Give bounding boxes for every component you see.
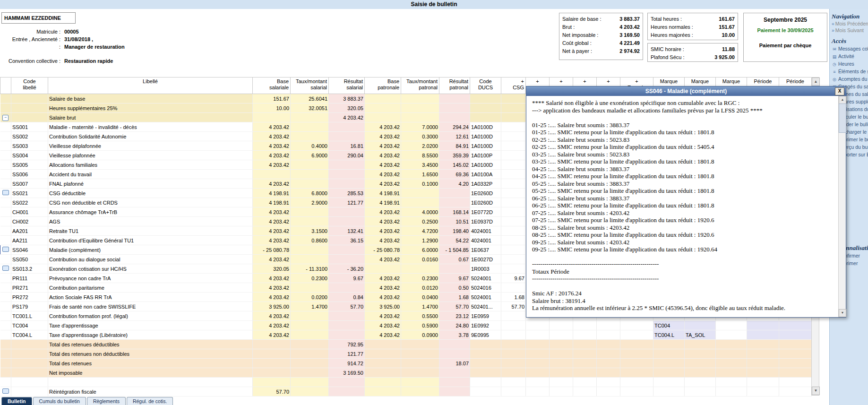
cell-lbl[interactable]: Contribution au dialogue social	[48, 255, 253, 264]
cell-lbl[interactable]: CSG déductible	[48, 189, 253, 198]
comment-icon[interactable]	[2, 388, 9, 394]
cell-p2[interactable]	[550, 321, 573, 330]
cell-lbl[interactable]: Salaire de base	[48, 94, 253, 103]
cell-code[interactable]	[11, 378, 48, 387]
cell-gut[interactable]	[0, 293, 11, 302]
cell-ducs[interactable]	[470, 103, 501, 113]
cell-csg[interactable]	[501, 236, 526, 245]
comment-icon[interactable]	[2, 266, 9, 271]
cell-bs[interactable]: 4 203.42	[253, 283, 291, 293]
comment-icon[interactable]	[2, 190, 9, 195]
cell-ts[interactable]: 0.2300	[291, 274, 329, 283]
cell-bp[interactable]	[365, 103, 401, 113]
cell-gut[interactable]	[0, 103, 11, 113]
grid-row[interactable]: Total des retenues non déductibles121.77	[0, 349, 812, 359]
cell-csg[interactable]	[501, 311, 526, 321]
cell-m1[interactable]	[653, 359, 685, 368]
cell-pe2[interactable]	[779, 330, 812, 340]
cell-csg[interactable]: 57.70	[501, 302, 526, 311]
cell-bs[interactable]: 4 203.42	[253, 179, 291, 189]
cell-p2[interactable]	[550, 378, 573, 387]
cell-gut[interactable]	[0, 236, 11, 245]
cell-csg[interactable]	[501, 103, 526, 113]
cell-gut[interactable]	[0, 255, 11, 264]
cell-bp[interactable]: - 25 080.78	[365, 245, 401, 255]
cell-csg[interactable]: 9.67	[501, 274, 526, 283]
cell-ducs[interactable]	[470, 387, 501, 396]
cell-ts[interactable]	[291, 207, 329, 217]
cell-code[interactable]: PR111	[11, 274, 48, 283]
scroll-up-icon[interactable]: ▲	[812, 78, 820, 86]
cell-bp[interactable]	[365, 387, 401, 396]
cell-rs[interactable]: 9.67	[329, 274, 365, 283]
column-header-gut[interactable]	[0, 78, 11, 94]
cell-lbl[interactable]: Contribution paritarisme	[48, 283, 253, 293]
sidebar-item[interactable]: ✉Messages coll.	[832, 45, 868, 52]
cell-p2[interactable]	[550, 349, 573, 359]
cell-lbl[interactable]: Heures supplémentaires 25%	[48, 103, 253, 113]
cell-lbl[interactable]: Contribution Solidarité Autonomie	[48, 132, 253, 141]
cell-bp[interactable]: 4 203.42	[365, 141, 401, 151]
cell-tp[interactable]: 0.5500	[401, 311, 439, 321]
cell-lbl[interactable]: Réintégration fiscale	[48, 387, 253, 396]
cell-p4[interactable]	[597, 330, 620, 340]
cell-p1[interactable]	[526, 387, 550, 396]
cell-csg[interactable]	[501, 170, 526, 179]
cell-ducs[interactable]	[470, 378, 501, 387]
cell-rp[interactable]: 18.07	[439, 359, 470, 368]
cell-rs[interactable]	[329, 378, 365, 387]
cell-ts[interactable]	[291, 160, 329, 170]
cell-rs[interactable]	[329, 217, 365, 226]
cell-bs[interactable]: 57.70	[253, 387, 291, 396]
cell-ducs[interactable]	[470, 340, 501, 349]
column-header-code[interactable]: Codelibellé	[11, 78, 48, 94]
cell-rs[interactable]	[329, 160, 365, 170]
cell-bp[interactable]: 4 203.42	[365, 274, 401, 283]
cell-bp[interactable]: 4 203.42	[365, 236, 401, 245]
cell-ts[interactable]	[291, 132, 329, 141]
cell-p3[interactable]	[573, 368, 597, 378]
cell-p4[interactable]	[597, 387, 620, 396]
cell-tp[interactable]	[401, 349, 439, 359]
cell-gut[interactable]	[0, 283, 11, 293]
cell-rp[interactable]: 4.20	[439, 179, 470, 189]
cell-txd[interactable]	[620, 359, 653, 368]
cell-lbl[interactable]: AGS	[48, 217, 253, 226]
cell-gut[interactable]	[0, 387, 11, 396]
next-month-link[interactable]: »Mois Suivant	[832, 27, 868, 34]
cell-p2[interactable]	[550, 387, 573, 396]
cell-csg[interactable]	[501, 245, 526, 255]
cell-lbl[interactable]: Maladie - maternité - invalidité - décès	[48, 122, 253, 132]
cell-gut[interactable]: −	[0, 113, 11, 122]
cell-code[interactable]: TC001.L	[11, 311, 48, 321]
cell-txd[interactable]	[620, 387, 653, 396]
cell-csg[interactable]	[501, 368, 526, 378]
cell-gut[interactable]	[0, 359, 11, 368]
cell-p2[interactable]	[550, 368, 573, 378]
cell-bp[interactable]: 4 203.42	[365, 321, 401, 330]
cell-ducs[interactable]	[470, 349, 501, 359]
cell-p3[interactable]	[573, 359, 597, 368]
cell-bp[interactable]: 4 198.91	[365, 198, 401, 207]
cell-gut[interactable]	[0, 132, 11, 141]
cell-p2[interactable]	[550, 330, 573, 340]
cell-ts[interactable]	[291, 321, 329, 330]
cell-bp[interactable]	[365, 349, 401, 359]
cell-ducs[interactable]: 1E0260D	[470, 198, 501, 207]
cell-p3[interactable]	[573, 378, 597, 387]
cell-csg[interactable]	[501, 255, 526, 264]
cell-bp[interactable]: 3 925.00	[365, 302, 401, 311]
cell-bs[interactable]: 320.05	[253, 264, 291, 274]
cell-code[interactable]: TC004	[11, 321, 48, 330]
cell-m3[interactable]	[716, 368, 747, 378]
cell-ducs[interactable]: 1E0937D	[470, 217, 501, 226]
cell-ducs[interactable]: 1A0100D	[470, 122, 501, 132]
cell-pe1[interactable]	[747, 387, 779, 396]
cell-rs[interactable]	[329, 179, 365, 189]
cell-tp[interactable]	[401, 103, 439, 113]
cell-bs[interactable]: 4 203.42	[253, 274, 291, 283]
cell-bs[interactable]: 4 198.91	[253, 189, 291, 198]
cell-csg[interactable]	[501, 321, 526, 330]
cell-bs[interactable]: 3 925.00	[253, 302, 291, 311]
cell-code[interactable]: SS021	[11, 189, 48, 198]
